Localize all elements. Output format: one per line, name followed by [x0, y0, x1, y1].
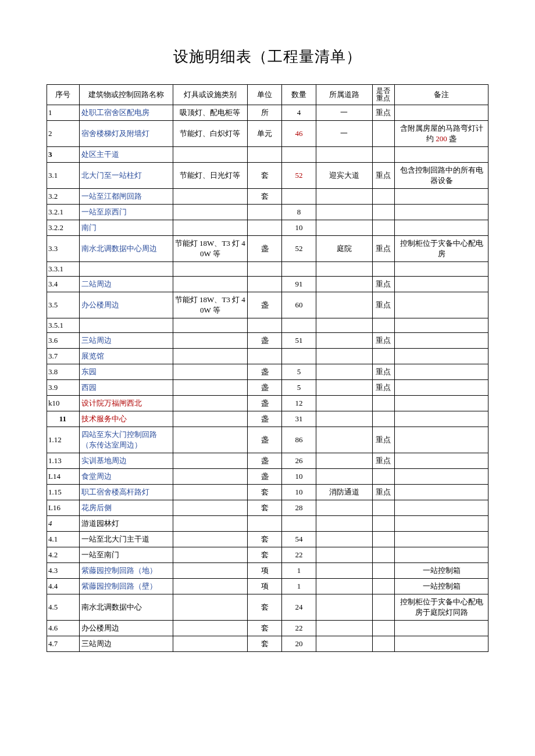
cell-type	[173, 277, 248, 292]
cell-type	[173, 318, 248, 333]
cell-unit: 项	[248, 563, 282, 579]
cell-type	[173, 469, 248, 485]
cell-type	[173, 427, 248, 453]
cell-key	[372, 516, 395, 532]
cell-key	[372, 147, 395, 163]
header-seq: 序号	[47, 85, 80, 105]
cell-qty: 46	[282, 121, 316, 147]
cell-type: 吸顶灯、配电柜等	[173, 105, 248, 121]
cell-road	[316, 453, 372, 469]
cell-seq: 3.2.1	[47, 205, 80, 220]
cell-name: 实训基地周边	[79, 453, 173, 469]
cell-key	[372, 500, 395, 516]
cell-type: 节能灯、白炽灯等	[173, 121, 248, 147]
table-row: 3.3南水北调数据中心周边节能灯 18W、T3 灯 40W 等盏52庭院重点控制…	[47, 236, 488, 262]
cell-unit: 盏	[248, 333, 282, 349]
header-name: 建筑物或控制回路名称	[79, 85, 173, 105]
cell-key	[372, 594, 395, 621]
cell-road	[316, 364, 372, 380]
cell-name: 处区主干道	[79, 147, 173, 163]
cell-key: 重点	[372, 163, 395, 189]
cell-seq: 4.2	[47, 547, 80, 563]
table-row: 4.4紫藤园控制回路（壁）项1一站控制箱	[47, 579, 488, 594]
cell-qty: 24	[282, 594, 316, 621]
table-row: 3.1北大门至一站柱灯节能灯、日光灯等套52迎宾大道重点包含控制回路中的所有电器…	[47, 163, 488, 189]
table-row: 3.5.1	[47, 318, 488, 333]
cell-road	[316, 563, 372, 579]
cell-type	[173, 563, 248, 579]
table-row: 3.3.1	[47, 262, 488, 277]
cell-seq: 4.5	[47, 594, 80, 621]
cell-type	[173, 485, 248, 500]
cell-road	[316, 469, 372, 485]
cell-unit: 套	[248, 547, 282, 563]
cell-key: 重点	[372, 380, 395, 396]
cell-unit	[248, 277, 282, 292]
cell-name: 办公楼周边	[79, 292, 173, 318]
cell-road	[316, 205, 372, 220]
cell-name: 处职工宿舍区配电房	[79, 105, 173, 121]
cell-name: 紫藤园控制回路（地）	[79, 563, 173, 579]
cell-seq: 3.8	[47, 364, 80, 380]
cell-note	[395, 262, 488, 277]
header-road: 所属道路	[316, 85, 372, 105]
cell-name: 展览馆	[79, 349, 173, 364]
table-row: 3.2一站至江都闸回路套	[47, 189, 488, 205]
cell-key	[372, 469, 395, 485]
cell-note: 一站控制箱	[395, 563, 488, 579]
cell-seq: 4.1	[47, 532, 80, 547]
cell-seq: 3.7	[47, 349, 80, 364]
cell-type	[173, 189, 248, 205]
cell-note: 一站控制箱	[395, 579, 488, 594]
cell-key: 重点	[372, 333, 395, 349]
cell-key: 重点	[372, 427, 395, 453]
cell-seq: L14	[47, 469, 80, 485]
cell-note	[395, 105, 488, 121]
cell-qty: 51	[282, 333, 316, 349]
cell-note	[395, 277, 488, 292]
cell-type	[173, 364, 248, 380]
cell-seq: 1.12	[47, 427, 80, 453]
table-row: 3.2.2南门10	[47, 220, 488, 236]
cell-type: 节能灯 18W、T3 灯 40W 等	[173, 292, 248, 318]
cell-key	[372, 579, 395, 594]
cell-name: 一站至原西门	[79, 205, 173, 220]
cell-qty: 86	[282, 427, 316, 453]
cell-road	[316, 189, 372, 205]
cell-key	[372, 318, 395, 333]
cell-qty: 60	[282, 292, 316, 318]
cell-seq: 3.3	[47, 236, 80, 262]
cell-unit: 盏	[248, 396, 282, 411]
cell-note	[395, 547, 488, 563]
cell-type	[173, 262, 248, 277]
cell-road	[316, 516, 372, 532]
cell-name: 一站至南门	[79, 547, 173, 563]
cell-road	[316, 411, 372, 427]
cell-note	[395, 220, 488, 236]
cell-note	[395, 516, 488, 532]
table-row: 3.4二站周边91重点	[47, 277, 488, 292]
cell-note	[395, 380, 488, 396]
cell-note	[395, 485, 488, 500]
cell-qty: 52	[282, 163, 316, 189]
cell-key: 重点	[372, 364, 395, 380]
cell-qty	[282, 349, 316, 364]
cell-name: 三站周边	[79, 636, 173, 652]
cell-key	[372, 205, 395, 220]
cell-type	[173, 333, 248, 349]
cell-type	[173, 516, 248, 532]
cell-seq: 3.5.1	[47, 318, 80, 333]
cell-road: 庭院	[316, 236, 372, 262]
cell-unit: 套	[248, 485, 282, 500]
cell-seq: 1.13	[47, 453, 80, 469]
cell-key	[372, 189, 395, 205]
cell-qty: 5	[282, 380, 316, 396]
cell-qty: 31	[282, 411, 316, 427]
cell-seq: 4.4	[47, 579, 80, 594]
cell-unit: 套	[248, 163, 282, 189]
cell-type	[173, 411, 248, 427]
cell-unit: 套	[248, 189, 282, 205]
table-row: 4.1一站至北大门主干道套54	[47, 532, 488, 547]
cell-note	[395, 364, 488, 380]
cell-qty: 8	[282, 205, 316, 220]
